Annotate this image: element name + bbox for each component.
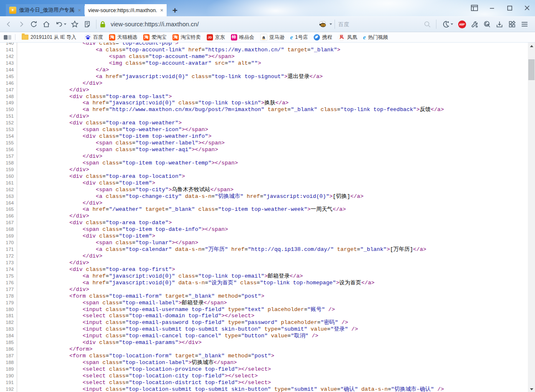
ctrip-dolphin-icon: [314, 34, 320, 40]
address-bar[interactable]: [99, 18, 317, 30]
code-text: </div>: [17, 286, 89, 293]
bookmark-item[interactable]: 淘天猫精选: [109, 34, 137, 41]
tab-maxthon-today[interactable]: ☀ 傲游今日_傲游用户专属的网址导航 ×: [6, 4, 84, 16]
bookmark-item[interactable]: JD京东: [207, 34, 225, 41]
line-number: 154: [0, 133, 17, 140]
code-text: <span class="top-weather-label"></span>: [17, 140, 225, 147]
toolbar-divider: [436, 20, 436, 29]
bookmark-label: 天猫精选: [117, 34, 137, 41]
line-number: 152: [0, 120, 17, 126]
bookmark-label: 携程: [322, 34, 332, 41]
source-line: 161 <div class="top-item">: [0, 180, 535, 187]
close-icon[interactable]: [522, 3, 532, 13]
line-number: 174: [0, 266, 17, 273]
url-input[interactable]: [110, 20, 317, 28]
ssl-lock-icon: [99, 20, 106, 28]
code-text: <span class="top-lunar"></span>: [17, 240, 198, 246]
night-mode-caret[interactable]: [451, 23, 453, 25]
line-number: 145: [0, 73, 17, 80]
source-line: 172 </div>: [0, 253, 535, 260]
tab-close-icon[interactable]: ×: [160, 8, 163, 13]
code-text: <div class="top-area top-location">: [17, 173, 185, 180]
search-box[interactable]: [337, 18, 434, 30]
tab-view-source[interactable]: view-source:https://i.maxthon.cn/ ×: [85, 4, 167, 16]
vertical-scrollbar[interactable]: [528, 43, 535, 392]
search-input[interactable]: [337, 21, 421, 28]
source-line: 162 <span class="top-city">乌鲁木齐牧试站</span…: [0, 187, 535, 193]
adblock-icon[interactable]: ABP: [456, 18, 468, 30]
maximize-icon[interactable]: [505, 3, 514, 13]
maxthon-logo-icon: ☀: [9, 7, 16, 14]
reload-icon[interactable]: [28, 18, 40, 30]
line-number: 179: [0, 300, 17, 306]
bookmark-item[interactable]: 百度: [85, 34, 103, 41]
search-engine-caret[interactable]: [330, 23, 332, 25]
download-icon[interactable]: [493, 18, 506, 30]
bookmark-item[interactable]: 携程: [314, 34, 332, 41]
source-line: 183 <input class="top-email-submit top-s…: [0, 326, 535, 333]
undo-dropdown-caret[interactable]: [64, 23, 66, 25]
code-text: <img class="top-account-avatar" src="" a…: [17, 60, 261, 67]
forward-icon[interactable]: [15, 18, 28, 30]
code-text: <span class="top-weather-aqi"></span>: [17, 147, 218, 153]
taobao-badge-icon: 淘: [172, 34, 179, 40]
new-tab-button[interactable]: +: [169, 4, 181, 16]
minimize-icon[interactable]: [487, 3, 497, 13]
line-number: 169: [0, 233, 17, 240]
line-number: 164: [0, 200, 17, 207]
bookmark-item[interactable]: 淘淘宝特卖: [172, 34, 201, 41]
bookmark-item[interactable]: e热门视频: [363, 34, 388, 41]
apps-grid-icon[interactable]: [506, 18, 518, 30]
bookmark-label: 百度: [93, 34, 103, 41]
bookmarks-folder[interactable]: 20191101 从 IE 导入: [22, 34, 76, 41]
scrollbar-thumb[interactable]: [528, 59, 535, 80]
line-number: 141: [0, 47, 17, 53]
wrench-icon[interactable]: [468, 18, 481, 30]
reader-icon[interactable]: [81, 18, 94, 30]
source-line: 188 <span class="top-location-label">切换城…: [0, 359, 535, 366]
amazon-a-icon: a: [260, 34, 267, 41]
line-number: 140: [0, 43, 17, 47]
back-icon[interactable]: [3, 18, 15, 30]
bookmark-item[interactable]: 凤凤凰: [338, 34, 357, 41]
source-line: 175 <a href="javascript:void(0)" class="…: [0, 273, 535, 280]
scroll-up-icon[interactable]: [528, 43, 535, 50]
code-text: <span class="top-email-label">邮箱登录</span…: [17, 300, 227, 306]
source-line: 191 <select class="top-location-district…: [0, 379, 535, 386]
line-number: 162: [0, 187, 17, 193]
code-text: </div>: [17, 213, 89, 220]
source-line: 145 <a href="javascript:void(0)" class="…: [0, 73, 535, 80]
source-line: 160 <div class="top-area top-location">: [0, 173, 535, 180]
bee-icon[interactable]: [317, 18, 329, 30]
code-text: <span class="top-city">乌鲁木齐牧试站</span>: [17, 187, 233, 193]
menu-icon[interactable]: [518, 18, 531, 30]
undo-icon[interactable]: [53, 18, 68, 30]
scroll-down-icon[interactable]: [528, 386, 535, 392]
bookmark-item[interactable]: 淘爱淘宝: [143, 34, 167, 41]
search-icon[interactable]: [421, 18, 434, 30]
line-number: 172: [0, 253, 17, 260]
bookmark-label: 京东: [215, 34, 225, 41]
bookmark-label: 凤凰: [347, 34, 357, 41]
bookmark-item[interactable]: 特唯品会: [231, 34, 254, 41]
source-line: 170 <span class="top-lunar"></span>: [0, 240, 535, 246]
bookmark-item[interactable]: e1号店: [290, 34, 308, 41]
star-icon[interactable]: [68, 18, 81, 30]
code-text: <form class="top-email-form" target="_bl…: [17, 293, 264, 300]
vip-badge-icon: 特: [231, 34, 237, 40]
home-icon[interactable]: [40, 18, 53, 30]
layout-panel-icon[interactable]: [470, 3, 479, 13]
jd-badge-icon: JD: [207, 34, 213, 40]
sniffer-icon[interactable]: [481, 18, 493, 30]
line-number: 150: [0, 106, 17, 113]
source-code: 140 <div class="top-account-pop">141 <a …: [0, 43, 535, 392]
favorites-panel-toggle-icon[interactable]: [3, 35, 12, 40]
source-line: 174 <div class="top-area top-first">: [0, 266, 535, 273]
line-number: 177: [0, 286, 17, 293]
tab-close-icon[interactable]: ×: [78, 8, 81, 13]
line-number: 171: [0, 246, 17, 253]
source-line: 187 <form class="top-location-form" targ…: [0, 353, 535, 359]
bookmark-item[interactable]: a亚马逊: [260, 34, 284, 41]
night-mode-icon[interactable]: [439, 18, 456, 30]
source-line: 142 <span class="top-account-name"></spa…: [0, 53, 535, 60]
